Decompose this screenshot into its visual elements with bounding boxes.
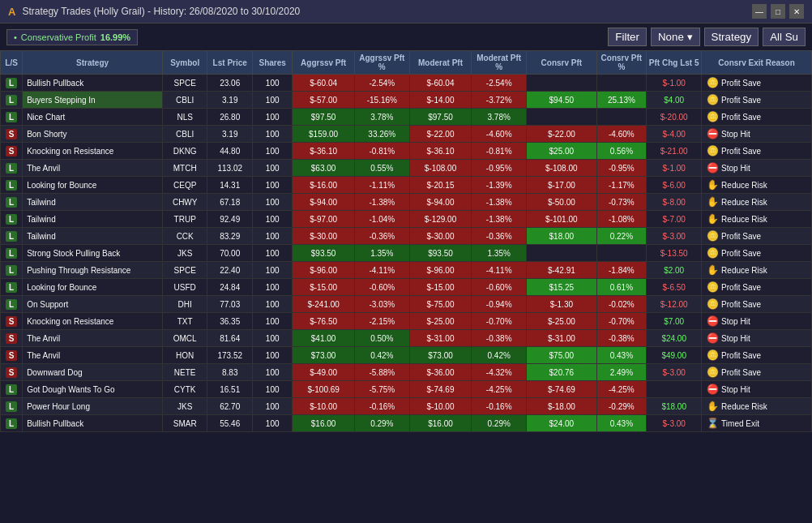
symbol-cell: SPCE [162,75,207,92]
cons-pct-cell: -4.60% [596,126,647,143]
mod-pft-cell: $-108.00 [409,160,472,177]
cons-pct-cell: 25.13% [596,92,647,109]
pft-chg-cell: $4.00 [647,92,702,109]
header-aggrpft: Aggrssv Pft [293,51,355,75]
filter-button[interactable]: Filter [608,28,647,46]
cons-pct-cell: -0.02% [596,296,647,313]
table-row: LStrong Stock Pulling BackJKS70.00100$93… [1,245,812,262]
cons-pft-cell [527,75,596,92]
shares-cell: 100 [253,296,293,313]
pft-chg-cell: $-1.00 [647,75,702,92]
shares-cell: 100 [253,177,293,194]
table-row: SDownward DogNETE8.83100$-49.00-5.88%$-3… [1,364,812,381]
exit-label: Profit Save [721,96,761,105]
aggr-pft-cell: $-57.00 [293,92,355,109]
cons-pft-cell: $-101.00 [527,211,596,228]
exit-cell: 🪙Profit Save [702,347,812,364]
strategy-cell: Knocking on Resistance [23,313,163,330]
ls-badge: L [6,163,17,174]
table-row: SThe AnvilHON173.52100$73.000.42%$73.000… [1,347,812,364]
shares-cell: 100 [253,75,293,92]
cons-pft-cell [527,245,596,262]
strategy-cell: The Anvil [23,160,163,177]
aggr-pct-cell: -2.15% [354,313,409,330]
strategy-cell: The Anvil [23,347,163,364]
exit-label: Stop Hit [721,334,750,343]
mod-pct-cell: 3.78% [472,109,527,126]
aggr-pft-cell: $-49.00 [293,364,355,381]
aggr-pct-cell: -4.11% [354,262,409,279]
pft-chg-cell: $-1.00 [647,160,702,177]
strategy-button[interactable]: Strategy [704,28,759,46]
header-ls: L/S [1,51,23,75]
exit-label: Profit Save [721,300,761,309]
close-button[interactable]: ✕ [789,4,804,19]
ls-cell: L [1,415,23,432]
exit-cell: ✋Reduce Risk [702,177,812,194]
ls-badge: L [6,197,17,208]
aggr-pct-cell: -5.75% [354,381,409,398]
table-row: LLooking for BounceUSFD24.84100$-15.00-0… [1,279,812,296]
aggr-pct-cell: -0.81% [354,143,409,160]
mod-pct-cell: 0.29% [472,415,527,432]
table-row: SKnocking on ResistanceDKNG44.80100$-36.… [1,143,812,160]
aggr-pct-cell: 0.50% [354,330,409,347]
all-su-button[interactable]: All Su [763,28,806,46]
symbol-cell: CHWY [162,194,207,211]
mod-pct-cell: -4.25% [472,381,527,398]
conservative-profit-badge: • Conservative Profit 16.99% [6,29,138,45]
header-shares: Shares [253,51,293,75]
ls-badge: L [6,180,17,191]
aggr-pct-cell: 0.29% [354,415,409,432]
pft-chg-cell: $-8.00 [647,194,702,211]
price-cell: 24.84 [207,279,253,296]
cons-pft-cell: $-108.00 [527,160,596,177]
cons-pft-cell: $18.00 [527,228,596,245]
table-row: LTailwindCCK83.29100$-30.00-0.36%$-30.00… [1,228,812,245]
table-row: LBuyers Stepping InCBLI3.19100$-57.00-15… [1,92,812,109]
strategy-cell: Looking for Bounce [23,279,163,296]
mod-pft-cell: $-36.10 [409,143,472,160]
shares-cell: 100 [253,262,293,279]
cons-pft-cell: $-17.00 [527,177,596,194]
mod-pct-cell: -1.39% [472,177,527,194]
price-cell: 14.31 [207,177,253,194]
maximize-button[interactable]: □ [771,4,785,19]
exit-cell: ⛔Stop Hit [702,330,812,347]
aggr-pft-cell: $-76.50 [293,313,355,330]
exit-icon: 🪙 [707,230,719,242]
table-row: LNice ChartNLS26.80100$97.503.78%$97.503… [1,109,812,126]
strategy-cell: Buyers Stepping In [23,92,163,109]
header-modpct: Moderat Pft % [472,51,527,75]
ls-badge: S [6,146,18,156]
none-dropdown[interactable]: None ▾ [651,28,700,46]
header-exit: Consrv Exit Reason [702,51,812,75]
aggr-pct-cell: -3.03% [354,296,409,313]
exit-cell: ⌛Timed Exit [702,415,812,432]
exit-icon: ✋ [707,264,719,276]
ls-badge: L [6,299,17,310]
ls-badge: L [6,78,17,88]
mod-pct-cell: -0.70% [472,313,527,330]
exit-cell: ⛔Stop Hit [702,160,812,177]
ls-badge: S [6,316,18,327]
dot-icon: • [14,32,17,42]
cons-pct-cell [596,75,647,92]
shares-cell: 100 [253,381,293,398]
aggr-pft-cell: $-241.00 [293,296,355,313]
minimize-button[interactable]: — [752,4,767,19]
exit-cell: 🪙Profit Save [702,143,812,160]
shares-cell: 100 [253,160,293,177]
strategy-cell: Tailwind [23,228,163,245]
exit-icon: 🪙 [707,367,719,378]
mod-pft-cell: $-14.00 [409,92,472,109]
toolbar: • Conservative Profit 16.99% Filter None… [0,24,812,50]
ls-cell: S [1,347,23,364]
aggr-pft-cell: $63.00 [293,160,355,177]
strategy-cell: Looking for Bounce [23,177,163,194]
aggr-pft-cell: $-100.69 [293,381,355,398]
cons-pct-cell: -0.29% [596,398,647,415]
aggr-pft-cell: $16.00 [293,415,355,432]
exit-icon: 🪙 [707,298,719,310]
pft-chg-cell: $-7.00 [647,211,702,228]
